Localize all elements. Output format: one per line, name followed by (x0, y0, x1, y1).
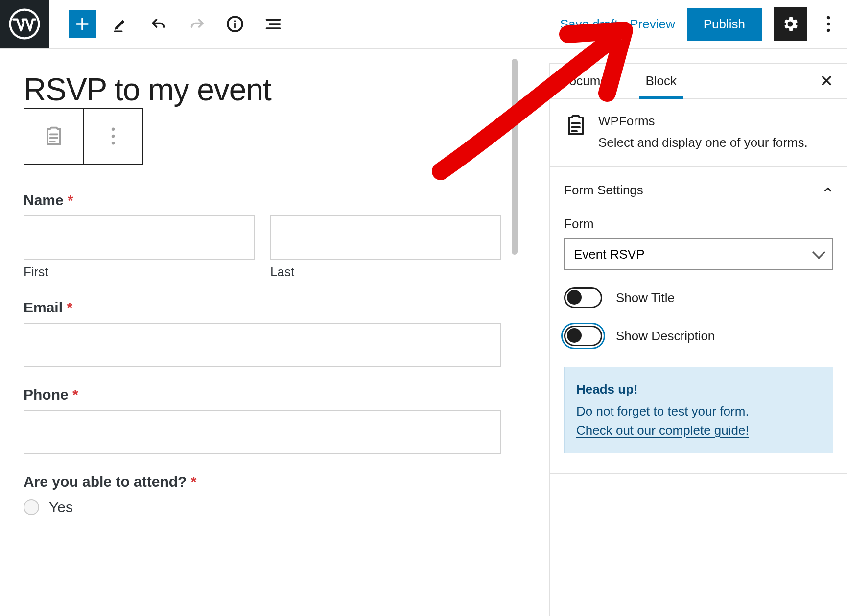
field-attend: Are you able to attend? * Yes (24, 474, 501, 516)
field-label-phone: Phone * (24, 386, 501, 403)
svg-point-7 (112, 135, 115, 138)
block-more-icon[interactable] (83, 109, 142, 164)
first-name-input[interactable] (24, 215, 255, 260)
toggle-show-title[interactable]: Show Title (564, 287, 833, 308)
toolbar-right-group: Save draft Preview Publish (560, 7, 847, 41)
field-email: Email * (24, 299, 501, 367)
page-title[interactable]: RSVP to my event (24, 72, 501, 107)
editor-toolbar: Save draft Preview Publish (0, 0, 847, 49)
email-input[interactable] (24, 323, 501, 367)
preview-button[interactable]: Preview (630, 17, 675, 32)
block-header: WPForms Select and display one of your f… (550, 99, 847, 167)
settings-sidebar: Document Block ✕ WPForms Select and disp… (549, 63, 847, 616)
svg-point-4 (827, 23, 830, 25)
radio-label: Yes (49, 499, 73, 516)
edit-icon[interactable] (107, 10, 134, 38)
svg-point-3 (827, 16, 830, 19)
heads-up-link[interactable]: Check out our complete guide! (576, 423, 749, 438)
wordpress-logo[interactable] (0, 0, 49, 48)
heads-up-title: Heads up! (576, 380, 821, 399)
last-name-input[interactable] (270, 215, 501, 260)
redo-icon[interactable] (183, 10, 211, 38)
sublabel-first: First (24, 264, 255, 280)
field-phone: Phone * (24, 386, 501, 454)
tab-document[interactable]: Document (550, 63, 632, 98)
tab-block[interactable]: Block (632, 63, 691, 98)
form-select[interactable]: Event RSVP (564, 238, 833, 270)
save-draft-button[interactable]: Save draft (560, 17, 618, 32)
toolbar-left-group (49, 10, 287, 38)
outline-icon[interactable] (259, 10, 287, 38)
editor-canvas: RSVP to my event Name * First Last (0, 49, 525, 616)
publish-button[interactable]: Publish (687, 8, 762, 41)
sidebar-tabs: Document Block ✕ (550, 64, 847, 99)
chevron-up-icon (823, 184, 833, 197)
scrollbar[interactable] (512, 59, 518, 255)
undo-icon[interactable] (145, 10, 172, 38)
field-label-attend: Are you able to attend? * (24, 474, 501, 490)
toggle-label-show-title: Show Title (616, 290, 675, 306)
block-description: Select and display one of your forms. (598, 134, 808, 151)
toggle-label-show-description: Show Description (616, 329, 715, 344)
panel-header-form-settings[interactable]: Form Settings (564, 167, 833, 210)
svg-point-8 (112, 142, 115, 144)
wpforms-block-icon[interactable] (24, 109, 83, 164)
add-block-button[interactable] (69, 10, 96, 38)
svg-point-0 (10, 10, 39, 39)
panel-form-settings: Form Settings Form Event RSVP Show Title… (550, 167, 847, 474)
wpforms-icon (564, 114, 588, 137)
field-label-email: Email * (24, 299, 501, 316)
svg-point-5 (827, 29, 830, 32)
close-sidebar-icon[interactable]: ✕ (806, 71, 847, 91)
field-label-name: Name * (24, 192, 501, 209)
block-title: WPForms (598, 114, 808, 129)
block-toolbar (24, 108, 143, 165)
more-options-icon[interactable] (819, 7, 838, 41)
heads-up-notice: Heads up! Do not forget to test your for… (564, 367, 833, 453)
toggle-show-description[interactable]: Show Description (564, 326, 833, 346)
heads-up-text: Do not forget to test your form. (576, 402, 821, 421)
info-icon[interactable] (221, 10, 249, 38)
sublabel-last: Last (270, 264, 501, 280)
form-select-label: Form (564, 216, 833, 232)
svg-point-2 (234, 20, 236, 22)
phone-input[interactable] (24, 410, 501, 454)
svg-point-6 (112, 128, 115, 131)
field-name: Name * First Last (24, 192, 501, 280)
settings-icon[interactable] (774, 7, 807, 41)
radio-icon (24, 499, 39, 515)
radio-option-yes[interactable]: Yes (24, 499, 501, 516)
form-preview: Name * First Last Email * Phone * Are yo… (24, 192, 501, 516)
